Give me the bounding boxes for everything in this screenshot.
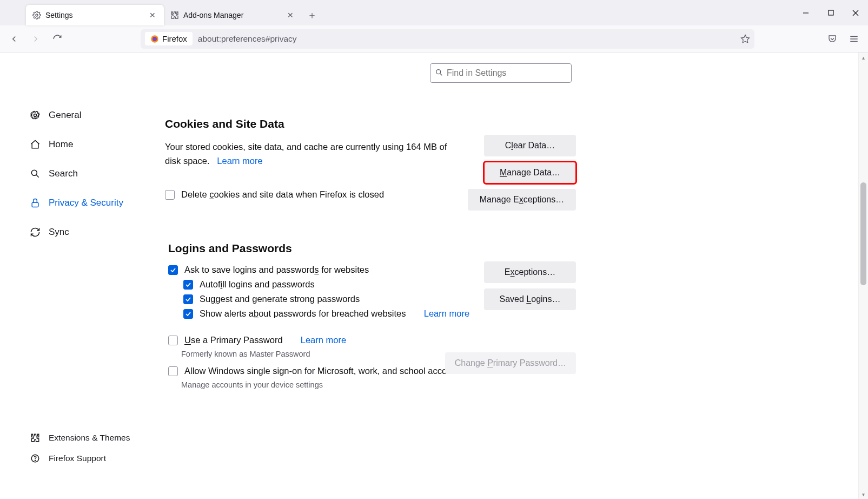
- minimize-button[interactable]: [793, 0, 818, 25]
- sso-note: Manage accounts in your device settings: [165, 380, 576, 389]
- vertical-scrollbar[interactable]: ▴ ▾: [858, 52, 868, 499]
- reload-button[interactable]: [48, 29, 67, 49]
- sidebar-item-support[interactable]: Firefox Support: [27, 448, 168, 469]
- find-in-settings-input[interactable]: [430, 63, 572, 83]
- delete-on-close-checkbox[interactable]: [165, 190, 175, 200]
- svg-rect-16: [32, 202, 38, 207]
- tab-addons[interactable]: Add-ons Manager ✕: [164, 5, 302, 25]
- puzzle-icon: [170, 11, 179, 19]
- section-title-cookies: Cookies and Site Data: [165, 117, 576, 130]
- tab-label: Add-ons Manager: [183, 11, 243, 19]
- ask-save-label[interactable]: Ask to save logins and passwords for web…: [184, 265, 369, 275]
- firefox-logo-icon: [150, 35, 159, 43]
- url-text: about:preferences#privacy: [198, 34, 297, 44]
- gear-icon: [32, 11, 41, 19]
- svg-point-11: [436, 70, 441, 74]
- preferences-content: General Home Search Privacy & Security S…: [0, 52, 858, 499]
- gear-icon: [29, 109, 41, 121]
- sidebar-item-extensions[interactable]: Extensions & Themes: [27, 428, 168, 448]
- primary-password-checkbox[interactable]: [168, 336, 178, 345]
- autofill-label[interactable]: Autofill logins and passwords: [200, 279, 315, 290]
- sidebar-item-label: Firefox Support: [49, 454, 106, 463]
- forward-button[interactable]: [26, 29, 45, 49]
- back-button[interactable]: [4, 29, 24, 49]
- sidebar-item-label: Extensions & Themes: [49, 433, 130, 443]
- sidebar-item-privacy[interactable]: Privacy & Security: [27, 192, 141, 214]
- puzzle-icon: [29, 432, 41, 444]
- sidebar-item-label: Home: [49, 139, 73, 150]
- svg-point-14: [31, 170, 37, 175]
- identity-label: Firefox: [162, 34, 187, 43]
- primary-password-row: Use a Primary Password Learn more: [165, 335, 576, 345]
- search-icon: [29, 168, 41, 180]
- autofill-checkbox[interactable]: [183, 280, 193, 290]
- svg-point-18: [35, 460, 35, 461]
- learn-more-link[interactable]: Learn more: [424, 308, 469, 319]
- firefox-window: Settings ✕ Add-ons Manager ✕ ＋ Firefox: [0, 0, 868, 499]
- identity-box[interactable]: Firefox: [145, 32, 193, 45]
- maximize-button[interactable]: [818, 0, 843, 25]
- learn-more-link[interactable]: Learn more: [217, 156, 262, 166]
- svg-line-15: [36, 175, 39, 178]
- alerts-checkbox[interactable]: [183, 309, 193, 319]
- search-icon: [435, 68, 443, 77]
- find-in-settings: [430, 63, 572, 83]
- sidebar-item-label: General: [49, 110, 81, 121]
- close-tab-button[interactable]: ✕: [148, 10, 157, 20]
- ask-save-checkbox[interactable]: [168, 265, 178, 275]
- primary-password-label[interactable]: Use a Primary Password: [184, 335, 283, 345]
- svg-rect-2: [829, 10, 833, 15]
- suggest-checkbox[interactable]: [183, 294, 193, 304]
- logins-exceptions-button[interactable]: Exceptions…: [484, 261, 576, 283]
- sidebar-item-label: Privacy & Security: [49, 198, 123, 208]
- help-icon: [29, 452, 41, 464]
- suggest-label[interactable]: Suggest and generate strong passwords: [200, 294, 360, 304]
- sidebar-item-sync[interactable]: Sync: [27, 221, 141, 244]
- sync-icon: [29, 226, 41, 238]
- bookmark-star-icon[interactable]: [740, 34, 750, 44]
- category-sidebar: General Home Search Privacy & Security S…: [27, 104, 141, 244]
- navigation-toolbar: Firefox about:preferences#privacy: [0, 25, 868, 52]
- manage-exceptions-button[interactable]: Manage Exceptions…: [468, 189, 576, 211]
- sidebar-item-search[interactable]: Search: [27, 162, 141, 185]
- close-tab-button[interactable]: ✕: [286, 10, 295, 20]
- sso-checkbox[interactable]: [168, 366, 178, 376]
- svg-marker-7: [741, 35, 750, 42]
- sidebar-item-general[interactable]: General: [27, 104, 141, 127]
- close-window-button[interactable]: [843, 0, 868, 25]
- tab-strip: Settings ✕ Add-ons Manager ✕ ＋: [0, 0, 868, 25]
- saved-logins-button[interactable]: Saved Logins…: [484, 288, 576, 310]
- new-tab-button[interactable]: ＋: [304, 7, 320, 23]
- sidebar-footer: Extensions & Themes Firefox Support: [27, 428, 168, 469]
- clear-data-button[interactable]: Clear Data…: [484, 135, 576, 156]
- scroll-down-button[interactable]: ▾: [859, 489, 868, 499]
- learn-more-link[interactable]: Learn more: [301, 335, 346, 345]
- delete-on-close-label[interactable]: Delete cookies and site data when Firefo…: [181, 189, 384, 200]
- manage-data-button[interactable]: Manage Data…: [484, 162, 576, 183]
- svg-point-6: [153, 37, 157, 41]
- svg-point-13: [34, 114, 37, 117]
- sidebar-item-label: Search: [49, 168, 78, 179]
- sidebar-item-home[interactable]: Home: [27, 133, 141, 156]
- home-icon: [29, 139, 41, 150]
- svg-point-0: [36, 14, 38, 16]
- tab-label: Settings: [45, 11, 73, 19]
- svg-line-12: [440, 74, 442, 76]
- tab-settings[interactable]: Settings ✕: [26, 5, 164, 25]
- alerts-label[interactable]: Show alerts about passwords for breached…: [200, 308, 406, 319]
- pocket-button[interactable]: [823, 29, 842, 49]
- section-title-logins: Logins and Passwords: [165, 242, 576, 255]
- app-menu-button[interactable]: [844, 29, 864, 49]
- scrollbar-thumb[interactable]: [860, 182, 866, 285]
- change-primary-password-button[interactable]: Change Primary Password…: [445, 352, 576, 374]
- cookies-usage-text: Your stored cookies, site data, and cach…: [165, 140, 457, 168]
- sso-label[interactable]: Allow Windows single sign-on for Microso…: [184, 366, 463, 376]
- lock-icon: [29, 197, 41, 209]
- sidebar-item-label: Sync: [49, 227, 69, 238]
- scroll-up-button[interactable]: ▴: [859, 52, 868, 62]
- main-panel: Cookies and Site Data Your stored cookie…: [165, 117, 576, 397]
- window-controls: [793, 0, 868, 25]
- url-bar[interactable]: Firefox about:preferences#privacy: [141, 29, 754, 49]
